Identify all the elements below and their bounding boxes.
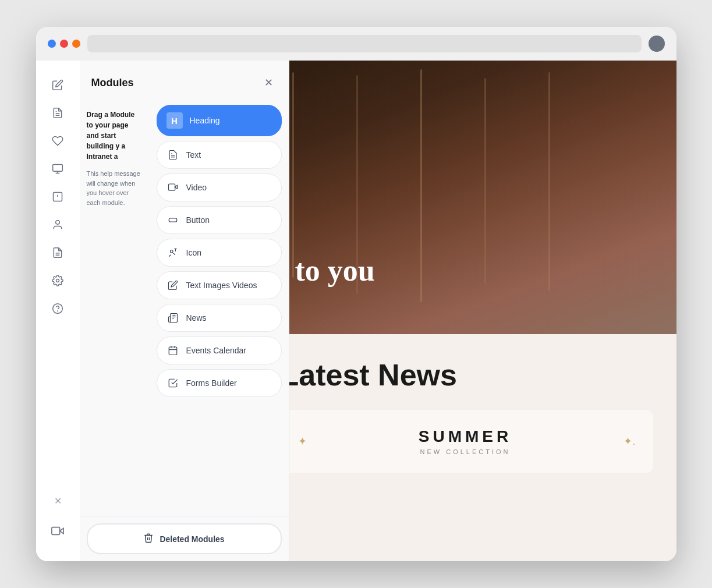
module-video-label: Video bbox=[186, 183, 207, 192]
modules-panel: Modules ✕ Drag a Module to your page and… bbox=[80, 61, 289, 561]
settings-icon[interactable] bbox=[45, 268, 70, 293]
module-text-images-label: Text Images Videos bbox=[186, 281, 257, 290]
module-item-forms[interactable]: Forms Builder bbox=[157, 369, 282, 397]
deco-left: ✦ bbox=[298, 435, 307, 448]
modules-close-button[interactable]: ✕ bbox=[261, 75, 277, 91]
browser-content: ne to you Latest News ✦ SUMMER NEW COLLE… bbox=[36, 61, 676, 561]
text-icon bbox=[167, 148, 179, 161]
pencil-icon[interactable] bbox=[45, 72, 70, 98]
modules-drag-help: Drag a Module to your page and start bui… bbox=[87, 109, 143, 162]
sidebar-left: ✕ bbox=[36, 61, 80, 561]
svg-point-8 bbox=[56, 221, 60, 225]
latest-news-section: Latest News ✦ SUMMER NEW COLLECTION ✦. bbox=[257, 346, 676, 479]
text-images-icon bbox=[167, 279, 179, 292]
summer-subtitle: NEW COLLECTION bbox=[419, 448, 512, 455]
heading-icon: H bbox=[167, 112, 183, 129]
button-icon bbox=[167, 214, 179, 226]
forms-icon bbox=[167, 377, 179, 389]
module-icon-label: Icon bbox=[186, 248, 201, 257]
warning-icon[interactable] bbox=[45, 184, 70, 210]
modules-footer: Deleted Modules bbox=[80, 516, 289, 561]
modules-hint-text: This help message will change when you h… bbox=[87, 169, 143, 207]
svg-point-22 bbox=[170, 250, 173, 253]
deco-right: ✦. bbox=[624, 435, 635, 448]
module-button-label: Button bbox=[186, 215, 210, 225]
latest-news-title: Latest News bbox=[257, 346, 676, 404]
browser-dots bbox=[48, 40, 80, 48]
news-icon bbox=[167, 311, 179, 324]
module-item-video[interactable]: Video bbox=[157, 173, 282, 201]
summer-collection-card: ✦ SUMMER NEW COLLECTION ✦. bbox=[281, 410, 653, 473]
svg-rect-21 bbox=[169, 218, 177, 222]
document-icon[interactable] bbox=[45, 100, 70, 126]
svg-marker-15 bbox=[60, 528, 63, 533]
svg-rect-19 bbox=[168, 184, 175, 190]
module-item-events[interactable]: Events Calendar bbox=[157, 336, 282, 364]
icon-module-icon bbox=[167, 246, 179, 259]
report-icon[interactable] bbox=[45, 240, 70, 265]
modules-list: H Heading Text bbox=[150, 100, 289, 516]
modules-panel-title: Modules bbox=[91, 77, 134, 89]
svg-rect-2 bbox=[53, 165, 63, 172]
url-bar[interactable] bbox=[87, 35, 642, 52]
deleted-modules-label: Deleted Modules bbox=[160, 534, 224, 544]
svg-rect-26 bbox=[169, 347, 177, 355]
modules-help-panel: Drag a Module to your page and start bui… bbox=[80, 100, 150, 516]
svg-point-13 bbox=[53, 304, 63, 314]
events-icon bbox=[167, 344, 179, 357]
module-item-text-images[interactable]: Text Images Videos bbox=[157, 271, 282, 299]
summer-title: SUMMER bbox=[419, 427, 512, 446]
module-events-label: Events Calendar bbox=[186, 346, 247, 355]
modules-header: Modules ✕ bbox=[80, 61, 289, 100]
monitor-icon[interactable] bbox=[45, 156, 70, 182]
module-item-button[interactable]: Button bbox=[157, 206, 282, 234]
video-camera-icon[interactable] bbox=[45, 518, 70, 544]
plugin-icon[interactable] bbox=[45, 128, 70, 154]
help-icon[interactable] bbox=[45, 296, 70, 321]
modules-content: Drag a Module to your page and start bui… bbox=[80, 100, 289, 516]
dot-orange[interactable] bbox=[72, 40, 80, 48]
svg-point-12 bbox=[56, 279, 59, 282]
profile-avatar[interactable] bbox=[649, 36, 665, 52]
module-heading-label: Heading bbox=[190, 116, 220, 125]
svg-rect-16 bbox=[52, 527, 60, 535]
browser-toolbar bbox=[36, 27, 676, 61]
trash-icon bbox=[143, 533, 154, 545]
browser-window: ne to you Latest News ✦ SUMMER NEW COLLE… bbox=[36, 27, 676, 561]
module-item-news[interactable]: News bbox=[157, 304, 282, 332]
user-icon[interactable] bbox=[45, 212, 70, 238]
module-item-heading[interactable]: H Heading bbox=[157, 105, 282, 136]
deleted-modules-button[interactable]: Deleted Modules bbox=[87, 523, 282, 554]
module-text-label: Text bbox=[186, 150, 201, 160]
sidebar-bottom: ✕ bbox=[45, 488, 70, 550]
dot-blue[interactable] bbox=[48, 40, 56, 48]
close-sidebar-icon[interactable]: ✕ bbox=[45, 488, 70, 513]
video-icon bbox=[167, 181, 179, 194]
dot-red[interactable] bbox=[60, 40, 68, 48]
module-forms-label: Forms Builder bbox=[186, 378, 237, 388]
module-item-text[interactable]: Text bbox=[157, 141, 282, 169]
module-item-icon[interactable]: Icon bbox=[157, 239, 282, 267]
module-news-label: News bbox=[186, 313, 207, 323]
